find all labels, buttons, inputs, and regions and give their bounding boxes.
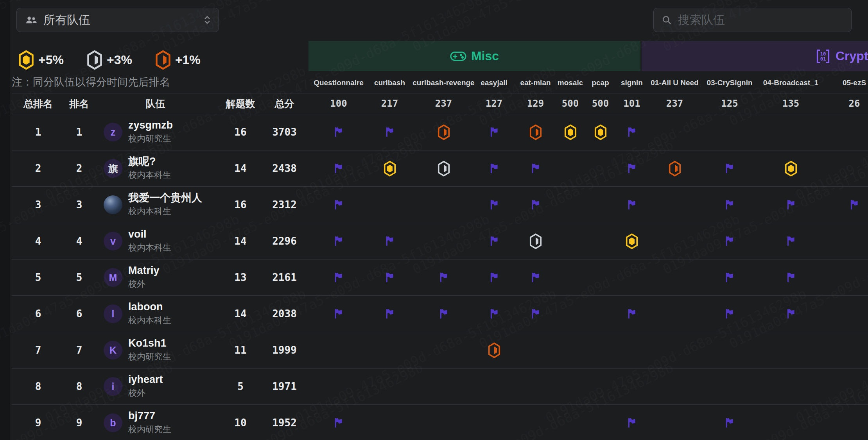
- column-header-rank: 排名: [65, 97, 94, 110]
- overall-rank-value: 4: [12, 235, 65, 247]
- team-name: zysgmzb: [128, 120, 173, 131]
- team-row[interactable]: 88iiyheart校外51971: [12, 368, 868, 405]
- total-score: 2312: [264, 199, 305, 211]
- team-avatar: v: [104, 232, 122, 250]
- flag-icon: [333, 199, 344, 211]
- challenge-result: [471, 162, 517, 175]
- challenge-result: [759, 308, 822, 320]
- challenge-name: easyjail: [471, 79, 517, 87]
- table-header-row: 总排名 排名 队伍 解题数 总分 10021723712712950050010…: [12, 93, 868, 114]
- column-header-overall-rank: 总排名: [12, 97, 65, 110]
- challenge-result: [363, 308, 416, 320]
- flag-icon: [785, 199, 797, 211]
- overall-rank-value: 6: [12, 308, 65, 320]
- flag-icon: [626, 308, 638, 320]
- team-row[interactable]: 66llaboon校内本科生142038: [12, 296, 868, 332]
- rank-value: 1: [65, 126, 94, 138]
- flag-icon: [530, 162, 542, 175]
- team-row[interactable]: 55MMatriy校外132161: [12, 259, 868, 296]
- challenge-result: [517, 162, 554, 175]
- challenge-result: [314, 126, 363, 138]
- flag-icon: [333, 271, 344, 284]
- team-row[interactable]: 77KKo1sh1校内研究生111999: [12, 332, 868, 368]
- team-filter-select[interactable]: 所有队伍: [16, 8, 219, 32]
- team-name: iyheart: [128, 374, 163, 386]
- third-blood-icon: [668, 161, 681, 177]
- challenge-result: [517, 271, 554, 284]
- challenge-result: [517, 199, 554, 211]
- flag-icon: [384, 271, 396, 284]
- challenge-result: [416, 124, 471, 140]
- challenge-score: 237: [649, 98, 700, 109]
- flag-icon: [438, 308, 450, 320]
- solved-count: 10: [217, 417, 264, 429]
- challenge-result: [759, 235, 822, 247]
- team-text: 我爱一个贵州人校内本科生: [128, 192, 202, 217]
- flag-icon: [333, 126, 344, 138]
- challenge-result: [614, 417, 649, 429]
- challenge-result: [471, 342, 517, 358]
- flag-icon: [333, 417, 344, 429]
- challenge-score: 125: [700, 98, 759, 109]
- flag-icon: [724, 162, 735, 175]
- category-band-crypto: 1001 Crypto: [642, 41, 868, 71]
- team-cell: bbj777校内研究生: [94, 410, 217, 435]
- challenge-result: [614, 162, 649, 175]
- third-blood-icon: [529, 124, 542, 140]
- challenge-name: curlbash-revenge: [416, 79, 471, 87]
- team-row[interactable]: 44vvoil校内本科生142296: [12, 223, 868, 259]
- flag-icon: [530, 199, 542, 211]
- challenge-name: Questionnaire: [314, 79, 363, 87]
- challenge-score: 217: [363, 98, 416, 109]
- category-label-misc: Misc: [450, 49, 499, 63]
- challenge-result: [614, 199, 649, 211]
- flag-icon: [488, 162, 500, 175]
- challenge-score: 500: [586, 98, 614, 109]
- total-score: 1971: [264, 381, 305, 392]
- team-group: 校内本科生: [128, 315, 171, 326]
- challenge-result: [363, 161, 416, 177]
- challenge-result: [416, 308, 471, 320]
- challenge-result: [314, 417, 363, 429]
- team-row[interactable]: 99bbj777校内研究生101952: [12, 405, 868, 440]
- flag-icon: [626, 162, 638, 175]
- flag-icon: [530, 308, 542, 320]
- team-row[interactable]: 22旗旗呢?校内本科生142438: [12, 150, 868, 187]
- rank-value: 8: [65, 381, 94, 392]
- challenge-name: 05-ezS: [822, 79, 868, 87]
- total-score: 3703: [264, 126, 305, 138]
- column-header-team: 队伍: [94, 97, 217, 110]
- flag-icon: [333, 162, 344, 175]
- challenge-name: eat-mian: [517, 79, 554, 87]
- team-group: 校内本科生: [128, 206, 202, 217]
- flag-icon: [785, 308, 797, 320]
- challenge-result: [471, 235, 517, 247]
- rank-value: 3: [65, 199, 94, 211]
- flag-icon: [626, 126, 638, 138]
- flag-icon: [488, 235, 500, 247]
- challenge-score: 127: [471, 98, 517, 109]
- search-input[interactable]: [677, 13, 844, 27]
- solved-count: 13: [217, 272, 264, 283]
- challenge-result: [759, 199, 822, 211]
- challenge-name: 03-CrySignin: [700, 79, 759, 87]
- flag-icon: [333, 308, 344, 320]
- first-blood-icon: [594, 124, 607, 140]
- total-score: 2296: [264, 235, 305, 247]
- challenge-result: [822, 199, 868, 211]
- challenge-result: [700, 199, 759, 211]
- team-avatar: 旗: [104, 159, 122, 178]
- team-name: 旗呢?: [128, 156, 171, 168]
- solved-count: 16: [217, 126, 264, 138]
- rank-value: 7: [65, 344, 94, 356]
- challenge-result: [700, 271, 759, 284]
- team-row[interactable]: 11zzysgmzb校内研究生163703: [12, 114, 868, 150]
- category-name-crypto: Crypto: [836, 49, 868, 63]
- team-text: zysgmzb校内研究生: [128, 120, 173, 145]
- column-header-total: 总分: [264, 97, 305, 110]
- challenge-result: [614, 233, 649, 249]
- challenge-name: pcap: [586, 79, 614, 87]
- team-row[interactable]: 33我爱一个贵州人校内本科生162312: [12, 187, 868, 223]
- team-group: 校内研究生: [128, 351, 171, 363]
- challenge-result: [314, 271, 363, 284]
